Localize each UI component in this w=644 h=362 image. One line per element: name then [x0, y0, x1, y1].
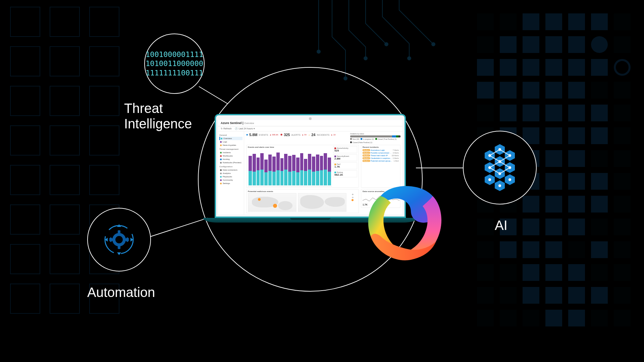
threat-intelligence-label: Threat Intelligence [124, 101, 192, 131]
incident-row[interactable]: MediumPossible compromised u...3 Alerts [363, 152, 399, 154]
metric-incidents: ⌂ 24 INCIDENTS ▲ 19 [309, 133, 336, 137]
gear-cycle-icon [99, 220, 139, 260]
status-legend-item: Closed (False Positive) (1) [350, 141, 372, 143]
dot-icon [220, 173, 222, 174]
sidebar-item[interactable]: Incidents [219, 151, 243, 154]
dot-icon [220, 176, 222, 178]
incident-row[interactable]: MediumThreat Intel match IP18 Alerts [363, 154, 399, 157]
svg-rect-14 [118, 246, 120, 249]
source-card: Syslog982.1K [333, 170, 357, 177]
chart-bar [288, 156, 291, 185]
svg-rect-13 [118, 230, 120, 234]
ai-node [463, 131, 537, 204]
status-segment [350, 135, 392, 137]
chart-bar [276, 153, 280, 185]
chart-bar [257, 158, 260, 185]
dot-icon [220, 179, 222, 181]
binary-icon: 1001000001111 1010011000000 111111110011… [146, 50, 203, 78]
brain-icon [473, 141, 527, 194]
dot-icon [220, 152, 222, 154]
chart-bar [249, 156, 252, 185]
connector-line [150, 218, 208, 237]
chart-bar [268, 155, 272, 185]
chart-bar [296, 158, 300, 185]
sidebar-item[interactable]: Hunting [219, 158, 243, 161]
svg-point-4 [432, 43, 435, 46]
events-icon: ◆ [246, 133, 248, 136]
chart-bar [312, 157, 315, 185]
sidebar-group-header: Threat management [219, 148, 243, 150]
event-source-cards: AzureActivity525SecurityEvent2.8MPerf1.7… [333, 146, 357, 186]
automation-node [87, 208, 151, 272]
status-segment [398, 135, 400, 137]
sidebar-item[interactable]: Data connectors [219, 168, 243, 172]
incidents-by-status: Incidents by status New (20)In progress … [350, 133, 400, 143]
status-legend-item: New (20) [350, 138, 359, 140]
chart-bar [300, 153, 304, 185]
alerts-icon: ⬣ [280, 133, 282, 136]
sidebar-item[interactable]: Logs [219, 140, 243, 143]
chart-bar [280, 158, 284, 185]
connector-line [416, 168, 466, 168]
chart-bar [328, 158, 331, 185]
dot-icon [220, 155, 222, 157]
metric-alerts: ⬣ 325 ALERTS ▲ 54 [280, 133, 307, 137]
threat-intelligence-node: 1001000001111 1010011000000 111111110011… [144, 34, 205, 94]
chart-bar [316, 155, 319, 185]
sidebar-group-header: General [219, 134, 243, 136]
svg-point-3 [408, 57, 411, 60]
sidebar-item[interactable]: Overview [219, 137, 243, 140]
events-over-time-chart [248, 149, 332, 186]
chart-bar [308, 154, 311, 185]
svg-marker-9 [117, 252, 121, 255]
ai-label: AI [495, 218, 507, 233]
chart-bar [292, 155, 296, 185]
dashboard-title: Azure Sentinel [221, 121, 242, 125]
sidebar-item[interactable]: News & guides [219, 143, 243, 147]
dashboard-section: Overview [244, 122, 254, 124]
malicious-events-title: Potential malicious events [248, 190, 357, 192]
dashboard-sidebar: GeneralOverviewLogsNews & guidesThreat m… [218, 131, 244, 215]
status-segment [392, 135, 396, 137]
sidebar-item[interactable]: Notebooks (Preview) [219, 161, 243, 164]
svg-point-1 [364, 57, 367, 60]
sidebar-item[interactable]: Community [219, 178, 243, 182]
timerange-dropdown[interactable]: 🕒 Last 24 hours ▾ [235, 127, 255, 130]
incident-row[interactable]: MediumPotential dormant group...1 Alert [363, 160, 399, 162]
chart-bar [272, 157, 276, 185]
chart-bar [324, 153, 327, 185]
recent-incidents-panel: Recent incidents MediumAnomalous Login7 … [361, 145, 400, 188]
svg-point-5 [317, 50, 320, 53]
incident-row[interactable]: MediumAnomalous Login7 Alerts [363, 149, 399, 152]
chart-bar [304, 159, 307, 185]
camera-icon [309, 117, 312, 120]
copilot-logo-icon [361, 183, 448, 270]
chart-bar [253, 154, 256, 185]
map-legend: ⊕⊖ [348, 193, 357, 212]
svg-point-2 [385, 43, 388, 46]
source-card: SecurityEvent2.8M [333, 154, 357, 161]
svg-point-40 [498, 184, 501, 187]
sidebar-item[interactable]: Analytics [219, 172, 243, 175]
world-map-west [248, 193, 297, 212]
events-chart-title: Events and alerts over time [248, 146, 332, 148]
sidebar-item[interactable]: Playbooks [219, 175, 243, 178]
incidents-icon: ⌂ [309, 134, 310, 136]
dot-icon [220, 159, 222, 160]
automation-label: Automation [87, 285, 155, 300]
chart-bar [260, 153, 264, 185]
status-legend-item: In progress (2) [361, 138, 374, 140]
refresh-button[interactable]: ↻ Refresh [221, 127, 231, 130]
chart-bar [320, 156, 323, 185]
metric-events: ◆ 5.8M EVENTS ▲ 585.6K [246, 133, 278, 137]
svg-point-38 [488, 178, 491, 181]
dot-icon [220, 183, 222, 184]
source-card: AzureActivity525 [333, 146, 357, 153]
svg-point-39 [508, 178, 511, 181]
sidebar-item[interactable]: Workbooks [219, 154, 243, 158]
incident-row[interactable]: MediumCredentials in suspicious...2 Aler… [363, 157, 399, 160]
sidebar-item[interactable]: Settings [219, 182, 243, 185]
svg-point-12 [115, 236, 123, 243]
dot-icon [220, 144, 222, 146]
dot-icon [220, 169, 222, 171]
